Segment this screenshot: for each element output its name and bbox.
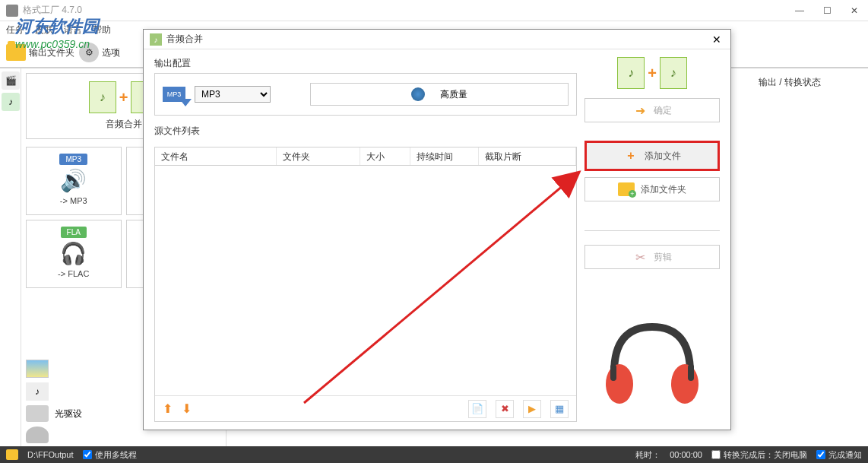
quality-button[interactable]: 高质量 xyxy=(310,83,569,106)
window-title: 格式工厂 4.7.0 xyxy=(23,4,82,17)
notify-check[interactable] xyxy=(816,450,825,459)
col-duration[interactable]: 持续时间 xyxy=(410,147,479,165)
col-filename[interactable]: 文件名 xyxy=(155,147,277,165)
folder-icon xyxy=(6,44,26,61)
col-folder[interactable]: 文件夹 xyxy=(277,147,360,165)
combine-icon-group: + xyxy=(584,57,720,89)
audio-merge-dialog: ♪ 音频合并 ✕ 输出配置 MP3 MP3 高质量 源文件列表 文件名 文 xyxy=(143,29,731,430)
move-down-button[interactable]: ⬇ xyxy=(182,401,192,416)
format-select[interactable]: MP3 xyxy=(195,86,271,103)
drive-label: 光驱设 xyxy=(55,408,82,420)
quality-icon xyxy=(411,87,425,101)
scissors-icon: ✂ xyxy=(632,249,648,265)
info-button[interactable]: ▦ xyxy=(550,400,569,418)
output-folder-icon[interactable] xyxy=(6,449,18,460)
plus-icon: + xyxy=(648,65,657,82)
add-folder-label: 添加文件夹 xyxy=(641,183,686,196)
format-name: -> MP3 xyxy=(30,196,118,205)
music-file-icon xyxy=(660,57,687,89)
multithread-check[interactable] xyxy=(83,450,92,459)
mp3-chip-icon: MP3 xyxy=(163,87,185,102)
col-size[interactable]: 大小 xyxy=(360,147,410,165)
dialog-icon: ♪ xyxy=(150,33,162,46)
move-up-button[interactable]: ⬆ xyxy=(163,401,173,416)
main-titlebar: 格式工厂 4.7.0 — ☐ ✕ xyxy=(0,0,868,21)
svg-rect-4 xyxy=(610,364,616,381)
plus-icon: + xyxy=(119,89,128,106)
quality-label: 高质量 xyxy=(440,88,467,101)
dialog-close-button[interactable]: ✕ xyxy=(709,32,724,47)
col-cut[interactable]: 截取片断 xyxy=(479,147,576,165)
svg-point-3 xyxy=(671,364,699,404)
output-config-label: 输出配置 xyxy=(154,57,577,70)
dialog-title-text: 音频合并 xyxy=(166,33,709,46)
add-folder-button[interactable]: 添加文件夹 xyxy=(584,177,720,201)
gear-icon: ⚙ xyxy=(79,43,99,62)
app-icon xyxy=(6,5,18,17)
confirm-button[interactable]: ➜ 确定 xyxy=(584,98,720,122)
options-button[interactable]: ⚙ 选项 xyxy=(79,43,120,62)
output-config-box: MP3 MP3 高质量 xyxy=(154,73,577,116)
output-folder-button[interactable]: 输出文件夹 xyxy=(6,44,74,61)
speaker-icon: 🔊 xyxy=(30,168,118,193)
music-file-icon xyxy=(89,81,116,113)
doc-button[interactable]: 📄 xyxy=(468,400,486,418)
dialog-titlebar: ♪ 音频合并 ✕ xyxy=(144,30,730,49)
notify-checkbox[interactable]: 完成通知 xyxy=(816,449,862,461)
cut-button[interactable]: ✂ 剪辑 xyxy=(584,245,720,269)
options-label: 选项 xyxy=(102,46,120,59)
format-mp3[interactable]: MP3 🔊 -> MP3 xyxy=(26,147,122,215)
badge-mp3: MP3 xyxy=(59,154,87,165)
file-list-box: 文件名 文件夹 大小 持续时间 截取片断 ⬆ ⬇ 📄 ✖ ▶ ▦ xyxy=(154,147,577,422)
tab-audio[interactable]: ♪ xyxy=(2,93,20,111)
format-name: -> FLAC xyxy=(30,269,118,278)
output-path[interactable]: D:\FFOutput xyxy=(27,450,74,459)
after-complete-checkbox[interactable]: 转换完成后：关闭电脑 xyxy=(711,449,807,461)
multithread-checkbox[interactable]: 使用多线程 xyxy=(83,449,137,461)
delete-button[interactable]: ✖ xyxy=(496,400,514,418)
add-file-label: 添加文件 xyxy=(645,150,681,163)
menu-skin[interactable]: 皮肤 xyxy=(35,24,53,36)
device-icon[interactable] xyxy=(26,427,49,443)
svg-rect-5 xyxy=(688,364,694,381)
statusbar: D:\FFOutput 使用多线程 耗时： 00:00:00 转换完成后：关闭电… xyxy=(0,446,868,463)
svg-text:♪: ♪ xyxy=(154,36,158,44)
menu-task[interactable]: 任务 xyxy=(6,24,24,36)
music-file-icon xyxy=(617,57,645,89)
cut-label: 剪辑 xyxy=(654,251,672,264)
output-folder-label: 输出文件夹 xyxy=(29,46,74,59)
file-list-header: 文件名 文件夹 大小 持续时间 截取片断 xyxy=(155,147,576,166)
maximize-button[interactable]: ☐ xyxy=(813,0,841,21)
svg-point-2 xyxy=(606,364,633,404)
after-complete-check[interactable] xyxy=(711,450,721,459)
elapsed-time: 00:00:00 xyxy=(670,450,702,459)
arrow-right-icon: ➜ xyxy=(632,103,648,118)
add-file-button[interactable]: + 添加文件 xyxy=(584,141,720,171)
tab-video[interactable]: 🎬 xyxy=(2,71,20,90)
file-list-footer: ⬆ ⬇ 📄 ✖ ▶ ▦ xyxy=(155,395,576,421)
source-list-label: 源文件列表 xyxy=(154,125,577,138)
minimize-button[interactable]: — xyxy=(786,0,813,21)
play-button[interactable]: ▶ xyxy=(523,400,541,418)
badge-fla: FLA xyxy=(61,227,87,238)
drive-icon[interactable] xyxy=(26,405,49,422)
format-flac[interactable]: FLA 🎧 -> FLAC xyxy=(26,220,122,288)
picture-thumb[interactable] xyxy=(26,360,49,378)
confirm-label: 确定 xyxy=(654,104,672,117)
elapsed-label: 耗时： xyxy=(635,449,661,461)
headphones-image xyxy=(584,300,720,422)
plus-icon: + xyxy=(623,148,638,163)
menu-help[interactable]: 帮助 xyxy=(93,24,111,36)
sidebar-tabs: 🎬 ♪ xyxy=(0,68,21,448)
menu-lang[interactable]: 语言 xyxy=(64,24,82,36)
folder-add-icon xyxy=(618,182,635,196)
divider xyxy=(584,230,720,231)
headphone-icon: 🎧 xyxy=(30,241,118,266)
close-button[interactable]: ✕ xyxy=(841,0,868,21)
file-list-body[interactable] xyxy=(155,166,576,395)
music-thumb[interactable]: ♪ xyxy=(26,382,49,401)
output-status-label: 输出 / 转换状态 xyxy=(759,76,860,89)
